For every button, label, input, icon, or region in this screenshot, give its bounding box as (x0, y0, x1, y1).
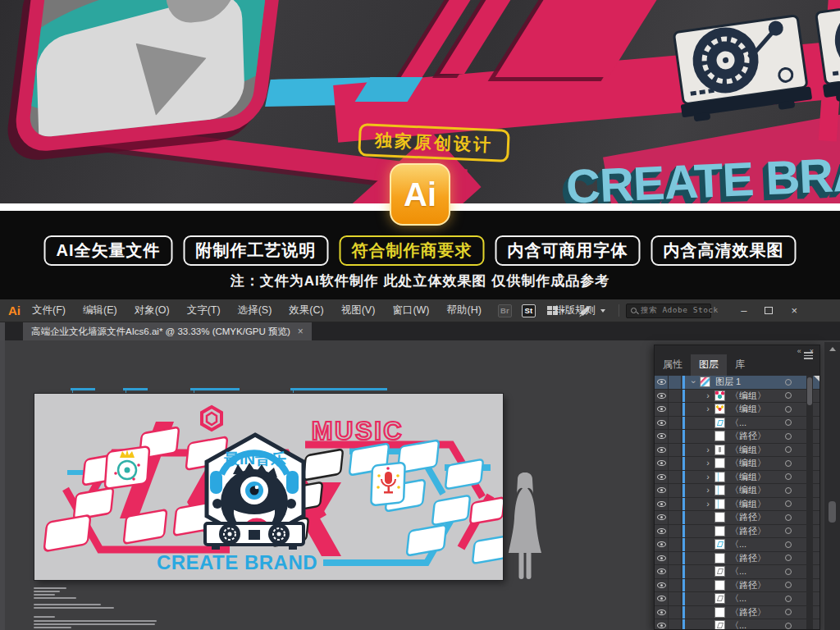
visibility-cell[interactable] (655, 511, 669, 524)
target-circle-icon[interactable] (785, 433, 792, 440)
panel-tab[interactable]: 库 (727, 354, 753, 376)
edit-cell[interactable] (669, 457, 682, 470)
layer-row[interactable]: › 〈路径〉 (655, 606, 819, 620)
visibility-cell[interactable] (655, 376, 669, 389)
layer-row[interactable]: › 〈编组〉 (655, 484, 819, 498)
menu-item[interactable]: 对象(O) (135, 304, 170, 317)
expand-chevron-icon[interactable]: › (703, 459, 713, 468)
visibility-cell[interactable] (655, 592, 669, 605)
bridge-badge[interactable]: Br (498, 304, 512, 317)
minimize-button[interactable]: – (741, 305, 746, 316)
layer-row[interactable]: › 〈路径〉 (655, 552, 819, 566)
expand-chevron-icon[interactable]: › (703, 486, 713, 495)
target-circle-icon[interactable] (785, 609, 792, 615)
visibility-cell[interactable] (655, 538, 669, 551)
menu-item[interactable]: 视图(V) (341, 304, 376, 317)
visibility-cell[interactable] (655, 417, 669, 430)
visibility-cell[interactable] (655, 498, 669, 511)
target-circle-icon[interactable] (785, 392, 792, 399)
layer-row[interactable]: › 〈编组〉 (655, 390, 819, 404)
edit-cell[interactable] (669, 484, 682, 497)
visibility-cell[interactable] (655, 565, 669, 578)
tab-close-icon[interactable]: × (298, 326, 304, 337)
edit-cell[interactable] (669, 403, 682, 416)
layer-row[interactable]: › 〈编组〉 (655, 498, 819, 512)
edit-cell[interactable] (669, 525, 682, 538)
visibility-cell[interactable] (655, 484, 669, 497)
edit-cell[interactable] (669, 606, 682, 619)
layer-row[interactable]: › 〈... (655, 417, 819, 431)
target-circle-icon[interactable] (785, 446, 792, 453)
target-circle-icon[interactable] (785, 500, 792, 507)
panel-tab[interactable]: 图层 (691, 354, 727, 376)
edit-cell[interactable] (669, 376, 682, 389)
target-circle-icon[interactable] (785, 473, 792, 480)
visibility-cell[interactable] (655, 430, 669, 443)
menu-item[interactable]: 选择(S) (238, 304, 272, 317)
visibility-cell[interactable] (655, 390, 669, 403)
app-scrollbar[interactable] (824, 342, 840, 630)
layer-row[interactable]: › 〈路径〉 (655, 511, 819, 525)
expand-chevron-icon[interactable]: › (703, 445, 713, 454)
visibility-cell[interactable] (655, 619, 669, 629)
document-tab[interactable]: 高端企业文化墙源文件AIcs6.ai* @ 33.33% (CMYK/GPU 预… (23, 322, 312, 340)
target-circle-icon[interactable] (785, 582, 792, 588)
edit-cell[interactable] (669, 579, 682, 592)
visibility-cell[interactable] (655, 606, 669, 619)
expand-chevron-icon[interactable]: › (703, 391, 713, 400)
visibility-cell[interactable] (655, 525, 669, 538)
stock-search-input[interactable]: 搜索 Adobe Stock (626, 304, 711, 318)
edit-cell[interactable] (669, 471, 682, 484)
menu-item[interactable]: 编辑(E) (83, 304, 117, 317)
layer-row[interactable]: › 〈编组〉 (655, 457, 819, 471)
edit-cell[interactable] (669, 390, 682, 403)
target-circle-icon[interactable] (785, 596, 792, 602)
target-circle-icon[interactable] (785, 514, 792, 521)
expand-chevron-icon[interactable]: › (703, 472, 713, 482)
layer-row[interactable]: › 〈路径〉 (655, 525, 819, 539)
visibility-cell[interactable] (655, 457, 669, 470)
close-button[interactable]: × (791, 305, 797, 316)
typeset-rule-dropdown[interactable]: 排版规则 (555, 304, 605, 317)
panel-tab[interactable]: 属性 (655, 354, 691, 376)
menu-item[interactable]: 效果(C) (289, 304, 323, 317)
menu-item[interactable]: 文字(T) (187, 304, 221, 317)
stock-badge[interactable]: St (522, 304, 536, 317)
layer-row[interactable]: › 〈编组〉 (655, 403, 819, 417)
target-circle-icon[interactable] (785, 555, 792, 561)
scrollbar-thumb[interactable] (829, 501, 836, 523)
target-circle-icon[interactable] (785, 406, 792, 413)
layer-row[interactable]: › 〈编组〉 (655, 471, 819, 485)
panel-menu-icon[interactable] (804, 352, 813, 361)
layer-row[interactable]: › 〈... (655, 592, 819, 606)
target-circle-icon[interactable] (785, 379, 792, 386)
edit-cell[interactable] (669, 538, 682, 551)
layer-row[interactable]: › 〈... (655, 619, 819, 629)
visibility-cell[interactable] (655, 579, 669, 592)
layer-row[interactable]: › 图层 1 (655, 376, 819, 390)
edit-cell[interactable] (669, 444, 682, 457)
menu-item[interactable]: 文件(F) (32, 304, 66, 317)
artboard[interactable]: MUSIC 最IN音乐 (34, 394, 503, 580)
edit-cell[interactable] (669, 511, 682, 524)
target-circle-icon[interactable] (785, 527, 792, 534)
scroll-up-icon[interactable] (829, 347, 836, 351)
menu-item[interactable]: 帮助(H) (447, 304, 482, 317)
edit-cell[interactable] (669, 498, 682, 511)
layer-row[interactable]: › 〈... (655, 538, 819, 552)
target-circle-icon[interactable] (785, 419, 792, 426)
target-circle-icon[interactable] (785, 487, 792, 494)
edit-cell[interactable] (669, 565, 682, 578)
edit-cell[interactable] (669, 592, 682, 605)
visibility-cell[interactable] (655, 552, 669, 565)
target-circle-icon[interactable] (785, 460, 792, 467)
collapse-panel-icon[interactable]: « (797, 347, 801, 355)
edit-cell[interactable] (669, 552, 682, 565)
visibility-cell[interactable] (655, 403, 669, 416)
menu-item[interactable]: 窗口(W) (392, 304, 429, 317)
panel-scrollbar[interactable] (806, 376, 813, 629)
visibility-cell[interactable] (655, 471, 669, 484)
maximize-button[interactable] (765, 307, 773, 314)
target-circle-icon[interactable] (785, 541, 792, 548)
edit-cell[interactable] (669, 417, 682, 430)
